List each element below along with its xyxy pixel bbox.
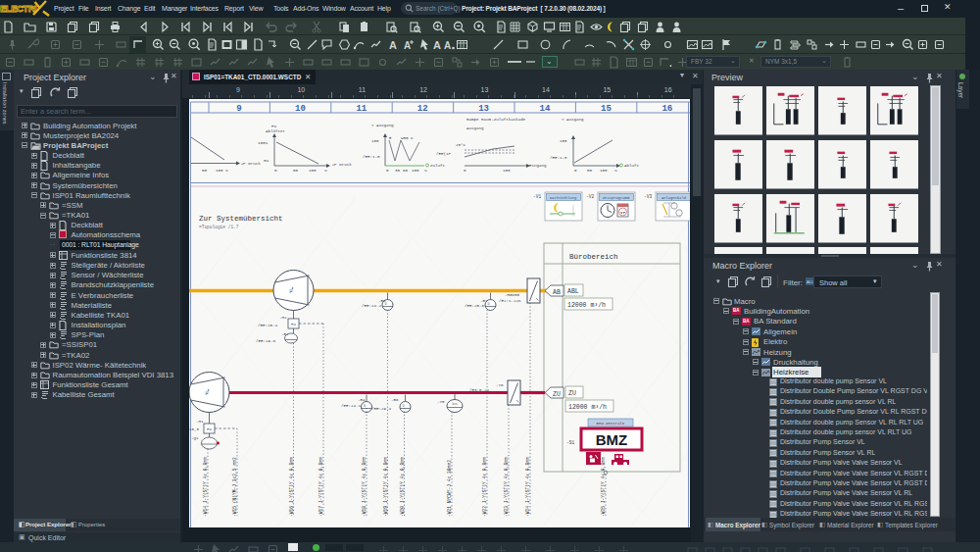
svg-text:-W23 J-Y(ST)Y 4x 0,8mm: -W23 J-Y(ST)Y 4x 0,8mm — [504, 457, 509, 517]
svg-text:BMZ-Zentrale: BMZ-Zentrale — [597, 422, 625, 426]
svg-text:-S1: -S1 — [566, 440, 574, 445]
svg-text:15: 15 — [601, 104, 612, 114]
svg-text:11: 11 — [356, 104, 367, 114]
svg-text:ABL: ABL — [567, 288, 579, 295]
svg-text:-W20 J-Y(ST)Y 4x 0,8mm: -W20 J-Y(ST)Y 4x 0,8mm — [400, 457, 405, 517]
svg-text:18,8: 18,8 — [189, 427, 200, 431]
svg-text:-V1: -V1 — [533, 194, 541, 199]
svg-text:-B2: -B2 — [281, 332, 289, 336]
svg-text:Anlagenbild: Anlagenbild — [662, 196, 686, 200]
svg-text:▵P Druck: ▵P Druck — [332, 163, 352, 167]
svg-text:10: 10 — [295, 104, 306, 114]
svg-text:Zeitprogramm: Zeitprogramm — [603, 196, 630, 200]
svg-text:100: 100 — [503, 169, 511, 173]
svg-text:13: 13 — [478, 104, 489, 114]
svg-text:100: 100 — [600, 169, 608, 173]
svg-text:/E2:1.22K: /E2:1.22K — [499, 299, 521, 303]
svg-text:▵P Druck: ▵P Druck — [241, 162, 261, 166]
svg-text:12: 12 — [417, 104, 428, 114]
svg-text:-W18 J-Y(ST)Y 4x 0,8mm: -W18 J-Y(ST)Y 4x 0,8mm — [362, 457, 367, 517]
svg-text:Y Ausgang: Y Ausgang — [371, 124, 394, 127]
svg-text:-B7: -B7 — [480, 299, 488, 303]
svg-text:Zuluft: Zuluft — [430, 164, 446, 168]
svg-text:60: 60 — [403, 169, 409, 173]
svg-text:kvs: kvs — [452, 402, 458, 406]
svg-text:-M1: -M1 — [196, 420, 204, 424]
svg-text:/EE:29.4: /EE:29.4 — [371, 407, 392, 411]
svg-text:-Y6: -Y6 — [496, 383, 504, 387]
svg-text:-W17 J-Y(ST)Y 4x 0,8mm: -W17 J-Y(ST)Y 4x 0,8mm — [318, 457, 323, 517]
svg-text:Y Ausgang: Y Ausgang — [562, 118, 584, 122]
svg-text:Eingang: Eingang — [529, 164, 547, 168]
svg-text:A: A — [389, 39, 397, 51]
svg-text:-RGK50: -RGK50 — [505, 293, 520, 297]
svg-text:θ: θ — [364, 404, 366, 408]
svg-text:ELECTRI: ELECTRI — [0, 3, 36, 14]
svg-text:FU: FU — [271, 125, 277, 128]
svg-text:50: 50 — [293, 169, 299, 173]
svg-text:/EE:24.1: /EE:24.1 — [341, 404, 362, 408]
svg-text:ZU: ZU — [553, 391, 561, 398]
svg-text:Zur Systemübersicht: Zur Systemübersicht — [199, 215, 283, 223]
svg-text:100: 100 — [371, 139, 379, 143]
svg-text:Abluft: Abluft — [624, 164, 640, 168]
svg-text:-M2: -M2 — [279, 316, 287, 320]
svg-text:100 %: 100 % — [216, 169, 228, 173]
svg-text:ZU: ZU — [568, 390, 576, 397]
svg-text:-W25 J-Y(ST)Y 4x 0,8mm: -W25 J-Y(ST)Y 4x 0,8mm — [601, 457, 606, 517]
svg-text:50: 50 — [587, 169, 593, 173]
svg-text:AB: AB — [553, 289, 561, 296]
svg-text:-V3: -V3 — [644, 194, 652, 199]
svg-text:-W22 J-Y(ST)Y 4x 0,8mm: -W22 J-Y(ST)Y 4x 0,8mm — [482, 457, 487, 517]
svg-text:-W15 (N)YM-J 3x2,5 mm2: -W15 (N)YM-J 3x2,5 mm2 — [232, 457, 237, 517]
svg-text:100: 100 — [412, 169, 419, 173]
svg-text:µ: µ — [206, 390, 209, 396]
svg-text:/EE:1-8: /EE:1-8 — [550, 156, 567, 160]
svg-text:/EE:24.2: /EE:24.2 — [362, 304, 382, 308]
svg-text:17: 17 — [620, 211, 625, 215]
svg-text:-V2: -V2 — [586, 194, 594, 199]
svg-text:12000 m³/h: 12000 m³/h — [567, 302, 606, 309]
svg-text:-B4: -B4 — [358, 398, 366, 402]
svg-text:14: 14 — [540, 104, 551, 114]
svg-text:-W16 J-Y(ST)Y 4x 0,8mm: -W16 J-Y(ST)Y 4x 0,8mm — [289, 457, 294, 517]
svg-text:FU: FU — [291, 323, 296, 326]
svg-text:20°C: 20°C — [456, 143, 466, 147]
svg-text:/EE(1P: /EE(1P — [436, 152, 452, 156]
svg-text:Bürobereich: Bürobereich — [569, 253, 618, 261]
svg-text:0%: 0% — [264, 159, 270, 163]
svg-text:100%: 100% — [258, 141, 269, 145]
svg-text:30: 30 — [395, 169, 401, 173]
svg-text:16: 16 — [662, 104, 672, 114]
svg-text:/E3:5.2J: /E3:5.2J — [469, 388, 490, 392]
svg-text:/EE:20.4: /EE:20.4 — [258, 324, 278, 327]
svg-text:Nachtkühlung: Nachtkühlung — [550, 196, 576, 200]
svg-text:-W24 J-Y(ST)Y 4x 0,8mm: -W24 J-Y(ST)Y 4x 0,8mm — [525, 457, 530, 517]
svg-text:BMZ: BMZ — [596, 431, 628, 448]
svg-text:A: A — [444, 40, 451, 51]
svg-text:-Q1: -Q1 — [191, 436, 199, 440]
svg-text:50: 50 — [202, 169, 208, 173]
svg-text:WRG K: WRG K — [401, 136, 414, 140]
svg-text:θ: θ — [488, 302, 490, 306]
svg-text:-W14 J-Y(ST)Y 4x 0,8mm: -W14 J-Y(ST)Y 4x 0,8mm — [203, 457, 208, 517]
svg-text:A: A — [433, 39, 441, 51]
svg-text:µ: µ — [290, 288, 293, 294]
svg-text:Ausgang: Ausgang — [466, 126, 484, 130]
svg-text:-B5: -B5 — [378, 299, 386, 303]
svg-text:-W21 NYCWY-J 4x 30mm2: -W21 NYCWY-J 4x 30mm2 — [447, 460, 452, 517]
svg-text:/EE:29.6: /EE:29.6 — [256, 339, 276, 343]
svg-text:Ablüfter: Ablüfter — [266, 129, 286, 133]
svg-text:-B6: -B6 — [391, 398, 399, 402]
svg-text:100: 100 — [560, 139, 567, 143]
svg-text:100: 100 — [309, 169, 317, 173]
svg-text:-Y5: -Y5 — [437, 400, 445, 404]
svg-text:Rampe Raum-Zuluftkaskade: Rampe Raum-Zuluftkaskade — [466, 118, 526, 122]
svg-text:/EE:1-8: /EE:1-8 — [363, 155, 380, 159]
svg-text:12000 m³/h: 12000 m³/h — [568, 404, 607, 411]
svg-text:θ: θ — [403, 404, 405, 408]
svg-text:-W19 J-Y(ST)Y 4x 0,8mm: -W19 J-Y(ST)Y 4x 0,8mm — [383, 457, 388, 517]
svg-text:FU: FU — [207, 427, 212, 431]
svg-text:/EE:25.6: /EE:25.6 — [465, 304, 485, 308]
svg-text:=Topologie /1.7: =Topologie /1.7 — [199, 225, 239, 229]
